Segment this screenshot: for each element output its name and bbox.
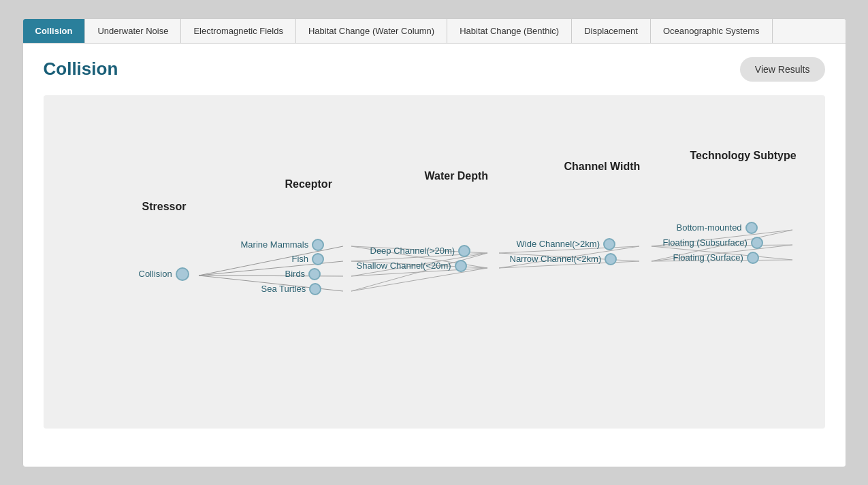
water-depth-deep[interactable]: Deep Channel(>20m)	[370, 245, 471, 257]
tab-bar: Collision Underwater Noise Electromagnet…	[23, 19, 846, 44]
channel-narrow-label: Narrow Channel(<2km)	[510, 254, 602, 264]
tech-floating-subsurface-label: Floating (Subsurface)	[663, 237, 748, 248]
receptor-fish-label: Fish	[292, 254, 309, 264]
water-depth-deep-label: Deep Channel(>20m)	[370, 246, 455, 256]
water-depth-shallow[interactable]: Shallow Channel(<20m)	[357, 260, 467, 272]
tab-underwater-noise[interactable]: Underwater Noise	[85, 19, 181, 43]
tech-subtype-header: Technology Subtype	[690, 150, 797, 162]
stressor-node-collision[interactable]: Collision	[139, 267, 189, 281]
diagram-area: Stressor Receptor Water Depth Channel Wi…	[44, 95, 825, 429]
stressor-circle[interactable]	[176, 267, 189, 281]
page-header: Collision View Results	[44, 57, 825, 82]
tech-bottom-mounted-label: Bottom-mounted	[677, 222, 742, 233]
receptor-marine-mammals-circle[interactable]	[312, 239, 324, 251]
channel-wide-circle[interactable]	[603, 238, 615, 250]
tab-habitat-water[interactable]: Habitat Change (Water Column)	[296, 19, 447, 43]
channel-wide-label: Wide Channel(>2km)	[517, 239, 600, 249]
receptor-sea-turtles[interactable]: Sea Turtles	[261, 283, 322, 295]
water-depth-deep-circle[interactable]	[458, 245, 470, 257]
stressor-label: Collision	[139, 269, 172, 279]
channel-narrow[interactable]: Narrow Channel(<2km)	[510, 253, 617, 265]
receptor-marine-mammals-label: Marine Mammals	[241, 239, 309, 250]
stressor-header: Stressor	[142, 201, 187, 213]
tech-floating-surface-circle[interactable]	[747, 252, 759, 264]
tech-floating-surface-label: Floating (Surface)	[673, 252, 743, 263]
water-depth-shallow-circle[interactable]	[455, 260, 467, 272]
tab-collision[interactable]: Collision	[23, 19, 86, 43]
view-results-button[interactable]: View Results	[740, 57, 825, 82]
svg-line-2	[199, 275, 343, 276]
receptor-fish-circle[interactable]	[312, 253, 324, 265]
receptor-sea-turtles-label: Sea Turtles	[261, 284, 306, 294]
receptor-marine-mammals[interactable]: Marine Mammals	[241, 239, 325, 251]
tech-floating-subsurface-circle[interactable]	[751, 237, 763, 249]
receptor-birds-circle[interactable]	[308, 268, 321, 280]
tech-floating-subsurface[interactable]: Floating (Subsurface)	[663, 237, 763, 249]
tech-floating-surface[interactable]: Floating (Surface)	[673, 252, 759, 264]
tech-bottom-mounted[interactable]: Bottom-mounted	[677, 222, 758, 234]
tab-displacement[interactable]: Displacement	[572, 19, 651, 43]
main-container: Collision Underwater Noise Electromagnet…	[22, 18, 846, 467]
water-depth-shallow-label: Shallow Channel(<20m)	[357, 261, 451, 271]
page-title: Collision	[44, 58, 118, 80]
channel-narrow-circle[interactable]	[605, 253, 617, 265]
water-depth-header: Water Depth	[425, 170, 489, 182]
channel-width-header: Channel Width	[564, 161, 641, 173]
receptor-birds[interactable]: Birds	[285, 268, 321, 280]
tab-habitat-benthic[interactable]: Habitat Change (Benthic)	[447, 19, 572, 43]
receptor-fish[interactable]: Fish	[292, 253, 325, 265]
receptor-header: Receptor	[285, 178, 332, 190]
tab-ocean-systems[interactable]: Oceanographic Systems	[651, 19, 773, 43]
channel-wide[interactable]: Wide Channel(>2km)	[517, 238, 615, 250]
content-area: Collision View Results	[23, 44, 846, 442]
tab-em-fields[interactable]: Electromagnetic Fields	[181, 19, 296, 43]
receptor-birds-label: Birds	[285, 269, 306, 279]
svg-line-10	[351, 253, 487, 291]
tech-bottom-mounted-circle[interactable]	[745, 222, 758, 234]
receptor-sea-turtles-circle[interactable]	[309, 283, 321, 295]
